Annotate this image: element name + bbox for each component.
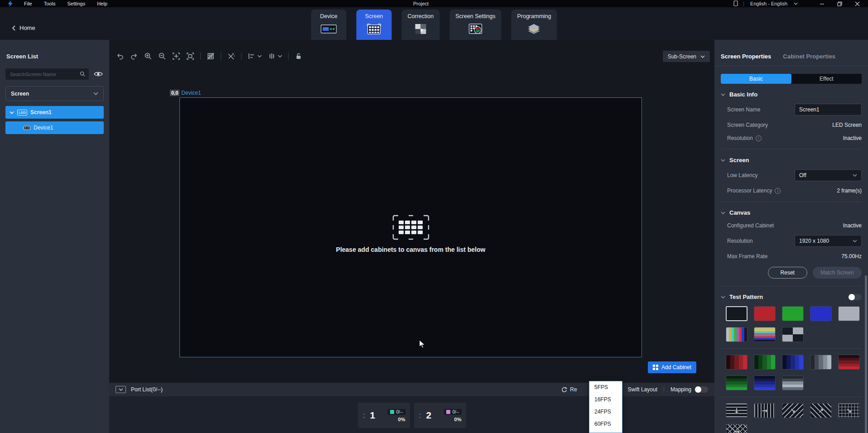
menu-bar: File Tools Settings Help bbox=[24, 1, 107, 6]
drag-handle-icon bbox=[420, 414, 421, 415]
fps-option[interactable]: 5FPS bbox=[589, 381, 622, 394]
canvas-resolution-select[interactable]: 1920 x 1080 bbox=[795, 235, 862, 247]
menu-help[interactable]: Help bbox=[97, 1, 107, 6]
screen-group-select[interactable]: Screen bbox=[5, 86, 104, 101]
grid-toggle-button[interactable] bbox=[207, 52, 215, 60]
test-pattern-checkerboard[interactable] bbox=[782, 327, 804, 342]
sub-screen-select[interactable]: Sub-Screen bbox=[663, 51, 710, 62]
test-pattern-toggle[interactable] bbox=[849, 294, 862, 300]
scrollbar-thumb[interactable] bbox=[865, 275, 867, 433]
tab-correction[interactable]: Correction bbox=[402, 10, 440, 40]
tab-cabinet-properties[interactable]: Cabinet Properties bbox=[783, 53, 835, 60]
distribute-dropdown-button[interactable] bbox=[268, 52, 282, 60]
tree-item-device1[interactable]: Device1 bbox=[5, 121, 104, 134]
tab-basic[interactable]: Basic bbox=[721, 74, 791, 84]
port-card[interactable]: 20/--0% bbox=[414, 403, 466, 428]
visibility-eye-icon[interactable] bbox=[93, 71, 104, 78]
section-title: Screen bbox=[729, 157, 749, 164]
swift-layout-button[interactable]: Swift Layout bbox=[628, 386, 657, 393]
swift-layout-wand-button[interactable] bbox=[227, 52, 235, 60]
section-title: Basic Info bbox=[729, 91, 757, 98]
tab-screen-properties[interactable]: Screen Properties bbox=[721, 53, 771, 60]
tab-device[interactable]: Device bbox=[311, 10, 347, 40]
center-canvas-button[interactable] bbox=[172, 52, 180, 60]
tab-programming[interactable]: Programming bbox=[511, 10, 557, 40]
divider bbox=[721, 286, 862, 286]
screen-section-header[interactable]: Screen bbox=[721, 157, 862, 164]
home-button[interactable]: Home bbox=[12, 24, 35, 31]
application-window: File Tools Settings Help Project English… bbox=[0, 0, 868, 433]
processor-latency-value: 2 frame(s) bbox=[837, 188, 862, 194]
test-pattern-hlines-scroll-down[interactable]: ↓ bbox=[726, 403, 747, 418]
test-pattern-green-gradient-horizontal[interactable] bbox=[726, 375, 747, 390]
info-icon[interactable]: i bbox=[775, 188, 781, 194]
tab-screen[interactable]: Screen bbox=[357, 10, 392, 40]
test-pattern-green[interactable] bbox=[782, 306, 804, 321]
tree-item-screen1[interactable]: LED Screen1 bbox=[5, 106, 104, 119]
canvas-section-header[interactable]: Canvas bbox=[721, 209, 862, 216]
test-pattern-diagonal-fwd-scroll[interactable]: ↘ bbox=[782, 403, 804, 418]
test-pattern-blue-gradient-vertical[interactable] bbox=[782, 355, 804, 370]
minimize-button[interactable] bbox=[820, 1, 825, 6]
test-pattern-black[interactable] bbox=[726, 306, 747, 321]
test-pattern-color-bars-horizontal[interactable] bbox=[754, 327, 776, 342]
test-pattern-header[interactable]: Test Pattern bbox=[721, 293, 862, 300]
fps-option[interactable]: 24FPS bbox=[589, 406, 622, 418]
fps-option[interactable]: 60FPS bbox=[589, 418, 622, 430]
undo-button[interactable] bbox=[116, 52, 124, 60]
screen-canvas[interactable]: Please add cabinets to canvas from the l… bbox=[179, 97, 642, 357]
maximize-button[interactable] bbox=[837, 1, 842, 6]
port-color-swatch bbox=[446, 410, 450, 414]
screen-name-input[interactable] bbox=[795, 104, 862, 115]
match-screen-button[interactable]: Match Screen bbox=[813, 267, 862, 279]
test-pattern-red-gradient-horizontal[interactable] bbox=[838, 355, 860, 370]
reset-button[interactable]: Reset bbox=[768, 267, 807, 279]
test-pattern-diagonal-back-scroll[interactable]: ↗ bbox=[810, 403, 832, 418]
port-number: 2 bbox=[426, 410, 432, 421]
tab-screen-settings[interactable]: Screen Settings bbox=[449, 10, 501, 40]
refresh-icon bbox=[561, 387, 567, 393]
screen-name-label: Screen Name bbox=[727, 106, 760, 113]
tab-effect[interactable]: Effect bbox=[791, 74, 862, 84]
info-icon[interactable]: i bbox=[756, 135, 762, 141]
test-pattern-gray-gradient-horizontal[interactable] bbox=[782, 375, 804, 390]
toggle-knob bbox=[695, 386, 701, 393]
language-selector[interactable]: English - English bbox=[750, 1, 798, 6]
port-card[interactable]: 10/--0% bbox=[358, 403, 410, 428]
zoom-out-button[interactable] bbox=[158, 52, 166, 60]
lock-button[interactable] bbox=[294, 52, 303, 60]
menu-tools[interactable]: Tools bbox=[44, 1, 56, 6]
add-cabinet-button[interactable]: Add Cabinet bbox=[648, 361, 696, 373]
test-pattern-green-gradient-vertical[interactable] bbox=[754, 355, 776, 370]
menu-settings[interactable]: Settings bbox=[67, 1, 85, 6]
test-pattern-grid-scroll[interactable]: ↘ bbox=[838, 403, 860, 418]
test-pattern-white[interactable] bbox=[838, 306, 860, 321]
port-list-collapse-button[interactable] bbox=[116, 386, 126, 393]
low-latency-select[interactable]: Off bbox=[795, 169, 862, 181]
scroll-direction-arrow: ↘ bbox=[839, 404, 859, 418]
fps-option[interactable]: 16FPS bbox=[589, 394, 622, 406]
chevron-down-icon bbox=[700, 55, 705, 58]
align-dropdown-button[interactable] bbox=[247, 52, 262, 60]
fit-selection-button[interactable] bbox=[186, 52, 194, 60]
redo-button[interactable] bbox=[130, 52, 138, 60]
basic-info-header[interactable]: Basic Info bbox=[721, 91, 862, 98]
menu-file[interactable]: File bbox=[24, 1, 32, 6]
test-pattern-red-gradient-vertical[interactable] bbox=[726, 355, 747, 370]
test-pattern-color-bars-vertical[interactable] bbox=[726, 327, 747, 342]
test-pattern-red[interactable] bbox=[754, 306, 776, 321]
refresh-button[interactable]: Re bbox=[561, 386, 577, 393]
port-color-swatch bbox=[390, 410, 394, 414]
chevron-down-icon bbox=[853, 240, 857, 242]
close-button[interactable] bbox=[855, 1, 860, 6]
test-pattern-crosshatch-scroll[interactable]: → bbox=[726, 424, 747, 433]
test-pattern-vlines-scroll-right[interactable]: → bbox=[754, 403, 776, 418]
device-monitor-icon[interactable] bbox=[733, 0, 738, 7]
test-pattern-blue-gradient-horizontal[interactable] bbox=[754, 375, 776, 390]
mapping-toggle[interactable] bbox=[695, 386, 708, 393]
zoom-in-button[interactable] bbox=[144, 52, 152, 60]
search-input[interactable] bbox=[5, 68, 89, 80]
port-load-badge: 0/-- bbox=[388, 409, 405, 415]
test-pattern-blue[interactable] bbox=[810, 306, 832, 321]
test-pattern-gray-gradient-vertical[interactable] bbox=[810, 355, 832, 370]
